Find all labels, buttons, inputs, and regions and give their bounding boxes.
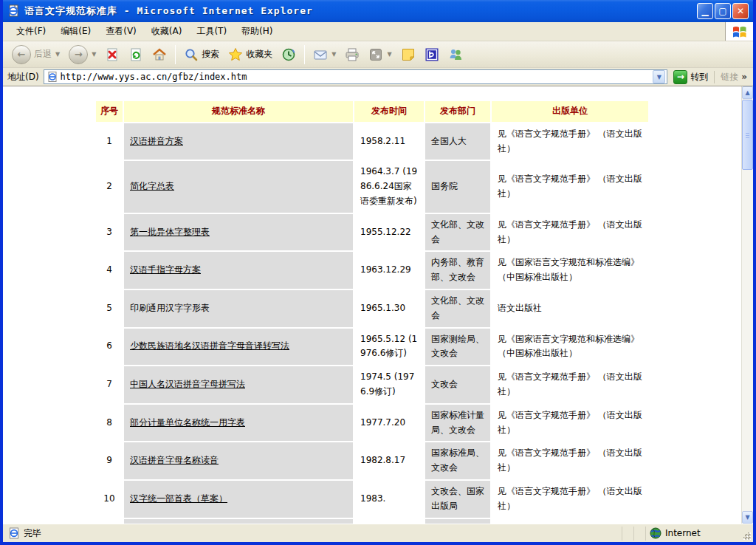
page-content: 序号 规范标准名称 发布时间 发布部门 出版单位 1 汉语拼音方案 1958.2… [3, 86, 741, 524]
table-row: 2 简化字总表 1964.3.7 (1986.6.24国家语委重新发布) 国务院… [96, 161, 648, 212]
window-title: 语言文字规范标准库 - Microsoft Internet Explorer [24, 4, 697, 18]
publisher: 见《国家语言文字规范和标准选编》（中国标准出版社） [492, 329, 648, 366]
status-empty-panel [633, 527, 645, 541]
publish-department: 文改会、国家出版局 [425, 481, 490, 518]
mail-dropdown-icon[interactable]: ▼ [331, 51, 336, 58]
standard-name-cell: 第一批异体字整理表 [124, 214, 353, 251]
search-button[interactable]: 搜索 [179, 45, 224, 64]
publish-department: 文化部、文改会 [425, 214, 490, 251]
row-number: 8 [96, 405, 123, 442]
table-header-row: 序号 规范标准名称 发布时间 发布部门 出版单位 [96, 101, 648, 122]
scrollbar-track[interactable] [742, 99, 753, 511]
standard-name-cell: 中国人名汉语拼音字母拼写法 [124, 366, 353, 403]
publish-date: 1955.12.22 [354, 214, 424, 251]
publisher: 见《语言文字规范手册》 （语文出版社） [492, 519, 648, 524]
favorites-button[interactable]: 收藏夹 [224, 45, 277, 64]
scroll-up-icon[interactable]: ▲ [742, 86, 753, 99]
menu-item[interactable]: 查看(V) [98, 22, 144, 41]
standards-table: 序号 规范标准名称 发布时间 发布部门 出版单位 1 汉语拼音方案 1958.2… [94, 100, 650, 524]
standard-name-link[interactable]: 汉语手指字母方案 [130, 264, 201, 275]
forward-icon: → [69, 45, 88, 64]
forward-dropdown-icon[interactable]: ▼ [92, 51, 96, 58]
standard-name-link[interactable]: 第一批异体字整理表 [130, 227, 210, 237]
vertical-scrollbar[interactable]: ▲ ▼ [741, 86, 753, 524]
menu-item[interactable]: 编辑(E) [53, 22, 98, 41]
mail-icon [313, 47, 328, 62]
stop-icon [105, 47, 120, 62]
close-button[interactable]: ✕ [732, 3, 749, 19]
page-viewport: 序号 规范标准名称 发布时间 发布部门 出版单位 1 汉语拼音方案 1958.2… [3, 86, 753, 524]
standard-name-link[interactable]: 汉语拼音方案 [130, 136, 183, 146]
links-button[interactable]: 链接 » [714, 71, 750, 83]
standard-name-cell: 汉语手指字母方案 [124, 252, 353, 289]
history-button[interactable] [277, 45, 300, 64]
standard-name-cell: 印刷通用汉字字形表 [124, 290, 353, 327]
standard-name-link[interactable]: 中国人名汉语拼音字母拼写法 [130, 379, 245, 389]
scrollbar-thumb[interactable] [742, 100, 753, 170]
publish-date: 1965.1.30 [354, 290, 424, 327]
go-label: 转到 [690, 71, 708, 83]
windows-flag-icon [731, 23, 749, 41]
messenger-button[interactable] [444, 45, 467, 64]
links-label: 链接 [721, 71, 738, 83]
zone-text: Internet [665, 528, 701, 538]
history-icon [281, 47, 296, 62]
star-icon [228, 47, 243, 62]
home-button[interactable] [148, 45, 171, 64]
back-button[interactable]: ← 后退 ▼ [7, 43, 64, 66]
maximize-button[interactable]: ▢ [715, 3, 731, 19]
windows-logo-panel [725, 22, 753, 41]
minimize-button[interactable]: ▁ [697, 3, 713, 19]
stop-button[interactable] [100, 45, 124, 64]
search-label: 搜索 [202, 48, 219, 61]
mail-button[interactable]: ▼ [309, 45, 340, 64]
table-row: 9 汉语拼音字母名称读音 1982.8.17 国家标准局、文改会 见《语言文字规… [96, 442, 648, 479]
links-chevron-icon: » [741, 72, 747, 82]
back-dropdown-icon[interactable]: ▼ [55, 51, 60, 58]
publisher: 见《语言文字规范手册》 （语文出版社） [492, 442, 648, 479]
note-button[interactable] [396, 45, 420, 64]
table-row: 11 中国地名汉语拼音字母拼写规则（汉语地名部分） 1984.12.25 中国地… [96, 519, 648, 524]
address-dropdown-icon[interactable]: ▼ [653, 70, 665, 83]
address-label: 地址(D) [7, 71, 41, 83]
edit-button[interactable]: ▼ [364, 45, 396, 64]
menu-item[interactable]: 文件(F) [9, 22, 53, 41]
publisher: 见《语言文字规范手册》 （语文出版社） [492, 123, 648, 160]
go-button[interactable]: → 转到 [670, 69, 711, 85]
publish-department: 文改会 [425, 366, 490, 403]
menu-items: 文件(F) 编辑(E) 查看(V) 收藏(A) 工具(T) 帮助(H) [3, 22, 725, 41]
standard-name-link[interactable]: 印刷通用汉字字形表 [130, 303, 210, 313]
row-number: 11 [96, 519, 123, 524]
standard-name-cell: 少数民族语地名汉语拼音字母音译转写法 [124, 329, 353, 366]
row-number: 7 [96, 366, 123, 403]
resize-grip[interactable] [741, 527, 752, 541]
publisher: 见《国家语言文字规范和标准选编》（中国标准出版社） [492, 252, 648, 289]
publish-date: 1965.5.12 (1976.6修订) [354, 329, 424, 366]
print-button[interactable] [340, 45, 364, 64]
search-icon [184, 47, 199, 62]
standard-name-link[interactable]: 汉语拼音字母名称读音 [130, 455, 219, 465]
status-main-panel: 完毕 [4, 527, 622, 541]
standard-name-cell: 汉字统一部首表（草案） [124, 481, 353, 518]
publisher: 见《语言文字规范手册》 （语文出版社） [492, 366, 648, 403]
standard-name-cell: 部分计量单位名称统一用字表 [124, 405, 353, 442]
standard-name-link[interactable]: 简化字总表 [130, 181, 174, 191]
row-number: 4 [96, 252, 123, 289]
edit-dropdown-icon[interactable]: ▼ [387, 51, 391, 58]
publish-date: 1974.5 (1976.9修订) [354, 366, 424, 403]
menu-item[interactable]: 收藏(A) [144, 22, 190, 41]
internet-globe-icon [650, 527, 662, 539]
standard-name-link[interactable]: 部分计量单位名称统一用字表 [130, 417, 245, 428]
standard-name-link[interactable]: 少数民族语地名汉语拼音字母音译转写法 [130, 340, 289, 351]
refresh-button[interactable] [124, 45, 148, 64]
publisher: 见《语言文字规范手册》 （语文出版社） [492, 405, 648, 442]
scroll-down-icon[interactable]: ▼ [742, 511, 753, 524]
standard-name-link[interactable]: 汉字统一部首表（草案） [130, 493, 227, 504]
menu-item[interactable]: 工具(T) [189, 22, 234, 41]
b-tool-button[interactable] [420, 45, 444, 64]
title-bar: 语言文字规范标准库 - Microsoft Internet Explorer … [3, 0, 753, 22]
status-bar: 完毕 Internet [3, 524, 753, 542]
menu-item[interactable]: 帮助(H) [234, 22, 280, 41]
forward-button[interactable]: → ▼ [64, 43, 100, 66]
address-input[interactable]: http://www.yys.ac.cn/gfbz/index.htm ▼ [44, 69, 668, 84]
